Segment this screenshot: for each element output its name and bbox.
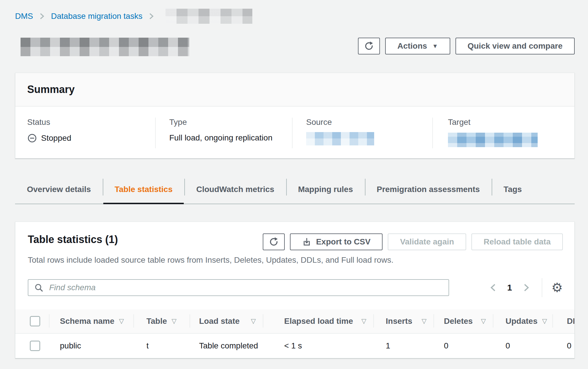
- caret-down-icon: ▼: [432, 43, 438, 49]
- export-to-csv-label: Export to CSV: [316, 237, 370, 246]
- chevron-right-icon: [149, 12, 154, 20]
- actions-button-label: Actions: [397, 41, 427, 51]
- sort-icon: ▽: [542, 317, 547, 325]
- table-statistics-title: Table statistics (1): [28, 233, 118, 246]
- row-checkbox[interactable]: [30, 341, 40, 351]
- tab-tags[interactable]: Tags: [492, 175, 534, 204]
- quick-view-and-compare-button[interactable]: Quick view and compare: [455, 38, 575, 54]
- sort-icon: ▽: [172, 317, 177, 325]
- chevron-right-icon: [39, 12, 45, 20]
- sort-icon: ▽: [422, 317, 427, 325]
- source-endpoint-link-redacted[interactable]: [306, 132, 374, 145]
- cell-load-state: Table completed: [190, 334, 263, 358]
- status-value: Stopped: [41, 134, 71, 143]
- refresh-icon: [364, 41, 374, 51]
- download-icon: [302, 237, 311, 246]
- current-page-number[interactable]: 1: [507, 283, 512, 293]
- cell-table: t: [133, 334, 190, 358]
- stopped-status-icon: [27, 133, 37, 143]
- table-statistics-panel: Table statistics (1) Export to CSV Valid…: [15, 222, 575, 358]
- source-label: Source: [306, 118, 432, 127]
- column-header-schema-name[interactable]: Schema name ▽: [49, 309, 133, 333]
- pagination: 1 ⚙: [489, 278, 563, 297]
- table-header-row: Schema name ▽ Table ▽ Load state ▽ Elaps…: [15, 309, 574, 334]
- column-header-updates[interactable]: Updates ▽: [493, 309, 552, 333]
- pagination-divider: [542, 278, 542, 297]
- breadcrumb: DMS Database migration tasks: [0, 0, 588, 24]
- type-label: Type: [169, 118, 292, 127]
- tab-table-statistics[interactable]: Table statistics: [103, 175, 184, 204]
- previous-page-button[interactable]: [489, 282, 497, 293]
- tab-bar: Overview details Table statistics CloudW…: [15, 175, 575, 204]
- cell-ddls: 0: [552, 334, 575, 358]
- status-label: Status: [27, 118, 155, 127]
- header-select-all-cell: [15, 309, 49, 333]
- row-select-cell: [15, 334, 49, 358]
- export-to-csv-button[interactable]: Export to CSV: [290, 233, 383, 250]
- refresh-icon: [269, 237, 279, 247]
- breadcrumb-link-dms[interactable]: DMS: [15, 12, 33, 21]
- search-icon: [34, 283, 44, 294]
- sort-icon: ▽: [361, 317, 366, 325]
- page-title-redacted: [21, 38, 189, 56]
- validate-again-button[interactable]: Validate again: [388, 233, 466, 250]
- sort-icon: ▽: [481, 317, 486, 325]
- summary-panel: Summary Status Stopped Type Full load, o…: [15, 73, 575, 158]
- refresh-task-button[interactable]: [358, 38, 380, 54]
- sort-icon: ▽: [119, 317, 124, 325]
- column-header-inserts[interactable]: Inserts ▽: [373, 309, 433, 333]
- next-page-button[interactable]: [522, 282, 531, 293]
- tab-premigration-assessments[interactable]: Premigration assessments: [365, 175, 492, 204]
- preferences-gear-icon[interactable]: ⚙: [552, 281, 563, 294]
- table-row: public t Table completed < 1 s 1 0 0 0: [15, 334, 574, 358]
- cell-schema-name: public: [49, 334, 133, 358]
- tab-cloudwatch-metrics[interactable]: CloudWatch metrics: [184, 175, 286, 204]
- summary-title: Summary: [27, 83, 75, 96]
- cell-elapsed-load-time: < 1 s: [263, 334, 373, 358]
- table-toolbar: 1 ⚙: [28, 278, 563, 297]
- cell-updates: 0: [493, 334, 552, 358]
- actions-button[interactable]: Actions ▼: [385, 38, 450, 54]
- search-input[interactable]: [28, 279, 449, 296]
- page-header: Actions ▼ Quick view and compare: [15, 38, 575, 56]
- sort-icon: ▽: [251, 317, 256, 325]
- select-all-checkbox[interactable]: [30, 316, 40, 326]
- tab-mapping-rules[interactable]: Mapping rules: [286, 175, 365, 204]
- column-header-elapsed-load-time[interactable]: Elapsed load time ▽: [263, 309, 373, 333]
- column-header-ddls[interactable]: DDLs ▽: [552, 309, 575, 333]
- target-label: Target: [448, 118, 574, 127]
- breadcrumb-link-database-migration-tasks[interactable]: Database migration tasks: [51, 12, 142, 21]
- dms-task-page: DMS Database migration tasks Actions ▼ Q…: [0, 0, 588, 369]
- type-value: Full load, ongoing replication: [169, 133, 272, 143]
- column-header-table[interactable]: Table ▽: [133, 309, 190, 333]
- refresh-table-statistics-button[interactable]: [263, 233, 285, 250]
- breadcrumb-current-task-redacted: [166, 9, 252, 24]
- reload-table-data-button[interactable]: Reload table data: [471, 233, 563, 250]
- cell-inserts: 1: [373, 334, 433, 358]
- table-statistics-table: Schema name ▽ Table ▽ Load state ▽ Elaps…: [15, 309, 574, 358]
- tab-overview-details[interactable]: Overview details: [15, 175, 103, 204]
- cell-deletes: 0: [433, 334, 493, 358]
- table-statistics-description: Total rows include loaded source table r…: [28, 255, 563, 265]
- column-header-deletes[interactable]: Deletes ▽: [433, 309, 493, 333]
- target-endpoint-link-redacted[interactable]: [448, 133, 538, 147]
- schema-search: [28, 279, 449, 296]
- column-header-load-state[interactable]: Load state ▽: [190, 309, 263, 333]
